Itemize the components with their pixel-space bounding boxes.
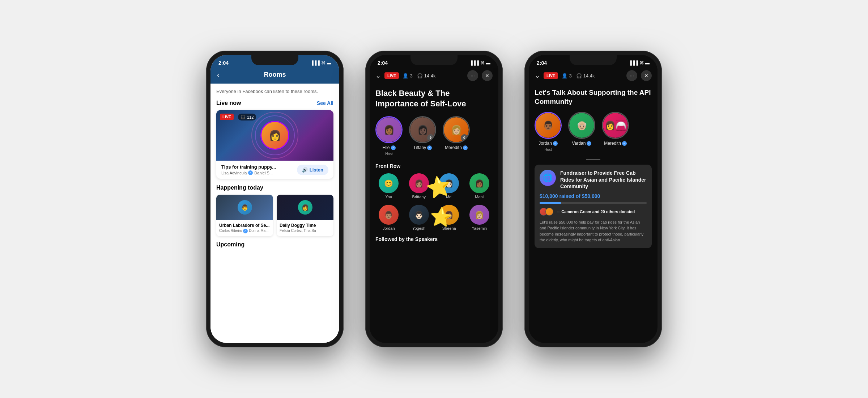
progress-bar-fill <box>540 202 561 204</box>
donor-and: and 20 others donated <box>592 209 635 214</box>
front-row-label: Front Row <box>375 163 493 169</box>
rooms-subtitle: Everyone in Facebook can listen to these… <box>216 89 333 94</box>
yogesh-name: Yogesh <box>412 226 425 230</box>
more-button-3[interactable]: ··· <box>626 70 637 81</box>
headphone-count-3: 🎧 14.4k <box>576 73 595 79</box>
meredith-3-avatar: 👩🦳 <box>602 112 629 139</box>
speaker-elle: 👩🏾 Elle ✓ Host <box>375 116 403 156</box>
fundraiser-desc: Let's raise $50,000 to help pay for cab … <box>540 219 647 243</box>
dark-header-3: ⌄ LIVE 👤 3 🎧 14.4k ··· ✕ <box>529 68 658 85</box>
wifi-icon-2: ⌘ <box>480 60 485 65</box>
jordan-3-img: 👨🏾 <box>536 113 561 138</box>
meredith-avatar: 👩🏼 🎙 <box>443 116 470 143</box>
meredith-3-name: Meredith ✓ <box>604 141 627 146</box>
cameron-name: Cameron Green <box>561 209 591 214</box>
tiffany-avatar: 👩🏿 🎙 <box>409 116 436 143</box>
room-title-2: Black Beauty & The Importance of Self-Lo… <box>375 88 493 109</box>
chevron-down-icon-3[interactable]: ⌄ <box>535 72 540 80</box>
status-icons-1: ▐▐▐ ⌘ ▬ <box>310 60 331 65</box>
live-card[interactable]: LIVE 🎧 112 👩 Tips for training puppy... <box>216 110 333 179</box>
live-card-subtitle: Lisa Advincula ✓ Daniel S... <box>221 170 276 175</box>
speaker-icon: 🔊 <box>302 167 308 173</box>
close-button-3[interactable]: ✕ <box>641 70 652 81</box>
listener-count: 112 <box>247 115 254 119</box>
fundraiser-card[interactable]: 🌐 Fundraiser to Provide Free Cab Rides f… <box>535 165 652 248</box>
audience-yasemin: 👩🏼 Yasemin <box>466 205 493 230</box>
happening-card-1[interactable]: 👨 Urban Labradors of Se... Carlos Ribeir… <box>216 195 273 236</box>
headphone-count: 🎧 112 <box>238 114 256 120</box>
headphone-count-2: 🎧 14.4k <box>417 73 436 79</box>
close-button-2[interactable]: ✕ <box>482 70 493 81</box>
jordan-3-avatar: 👨🏾 <box>535 112 562 139</box>
room-title-3: Let's Talk About Supporting the API Comm… <box>535 88 652 106</box>
listen-label: Listen <box>310 167 323 173</box>
progress-bar-bg <box>540 202 647 204</box>
audience-you: 😊 You <box>375 173 402 199</box>
fundraiser-amount: $10,000 raised of $50,000 <box>540 193 647 199</box>
meredith-check: ✓ <box>463 145 468 150</box>
donor-avatar-2 <box>545 208 553 216</box>
battery-icon-3: ▬ <box>645 60 650 65</box>
upcoming-label: Upcoming <box>216 241 333 248</box>
donor-avatars <box>540 208 551 216</box>
speaker-vardan-3: 👴🏼 Vardan ✓ <box>568 112 595 152</box>
yogesh-avatar: 👨🏻 <box>409 205 429 225</box>
status-icons-2: ▐▐▐ ⌘ ▬ <box>469 60 490 65</box>
vardan-name: Vardan ✓ <box>572 141 592 146</box>
jordan-3-check: ✓ <box>553 141 558 146</box>
listener-info-3: 👤 3 🎧 14.4k <box>562 73 595 79</box>
elle-avatar-img: 👩🏾 <box>376 117 401 142</box>
chevron-down-icon[interactable]: ⌄ <box>375 72 381 80</box>
see-all-button[interactable]: See All <box>317 100 333 106</box>
star-deco-2: ⭐ <box>429 206 453 229</box>
ring-inner <box>251 112 298 159</box>
time-2: 2:04 <box>378 60 388 66</box>
live-text: LIVE <box>222 115 231 119</box>
donors-row: ··· Cameron Green and 20 others donated <box>540 208 647 216</box>
battery-icon: ▬ <box>327 60 331 65</box>
dark-body-2: Black Beauty & The Importance of Self-Lo… <box>370 85 498 338</box>
mani-avatar: 👩🏾 <box>469 173 489 193</box>
happening-card-1-img: 👨 <box>216 195 273 220</box>
happening-avatar-2: 👩 <box>298 200 312 215</box>
happening-card-2-img: 👩 <box>277 195 333 220</box>
back-button[interactable]: ‹ <box>217 71 220 79</box>
followed-label: Followed by the Speakers <box>375 236 493 242</box>
speaker-tiffany: 👩🏿 🎙 Tiffany ✓ <box>409 116 436 156</box>
happening-card-2-body: Daily Doggy Time Felicia Cortez, Tina Sa <box>277 220 333 236</box>
more-button-2[interactable]: ··· <box>467 70 478 81</box>
yasemin-name: Yasemin <box>472 226 487 230</box>
phone-3: 2:04 ▐▐▐ ⌘ ▬ ⌄ LIVE 👤 3 🎧 14.4k ··· ✕ Le… <box>524 51 662 347</box>
happening-card-2[interactable]: 👩 Daily Doggy Time Felicia Cortez, Tina … <box>277 195 333 236</box>
mic-icon-meredith: 🎙 <box>461 134 468 141</box>
live-card-title: Tips for training puppy... <box>221 164 276 170</box>
jordan-3-role: Host <box>544 148 552 152</box>
happening-today-title: Happening today <box>216 185 333 191</box>
live-pill-3: LIVE <box>544 72 558 79</box>
tiffany-name: Tiffany ✓ <box>413 145 432 150</box>
listen-button[interactable]: 🔊 Listen <box>297 165 328 175</box>
listener-info-2: 👤 3 🎧 14.4k <box>403 73 435 79</box>
jordan-avatar: 👨🏽 <box>379 205 399 225</box>
status-icons-3: ▐▐▐ ⌘ ▬ <box>629 60 650 65</box>
meredith-name: Meredith ✓ <box>445 145 468 150</box>
dark-body-3: Let's Talk About Supporting the API Comm… <box>529 85 658 338</box>
brittany-name: Brittany <box>412 195 426 199</box>
fundraiser-icon: 🌐 <box>540 170 556 186</box>
wifi-icon: ⌘ <box>321 60 326 65</box>
signal-icon: ▐▐▐ <box>310 60 320 65</box>
battery-icon-2: ▬ <box>486 60 490 65</box>
rooms-title: Rooms <box>264 71 286 79</box>
signal-icon-2: ▐▐▐ <box>469 60 479 65</box>
meredith-3-img: 👩🦳 <box>603 113 628 138</box>
notch-1 <box>251 55 298 65</box>
front-row-grid: 😊 You 👩🏽 Brittany 👩🏻 Mei 👩🏾 Mani ⭐ <box>375 173 493 199</box>
audience-mani: 👩🏾 Mani <box>466 173 493 199</box>
live-now-title: Live now <box>216 100 241 106</box>
notch-2 <box>410 55 458 65</box>
people-count-2: 👤 3 <box>403 73 412 79</box>
live-now-header: Live now See All <box>216 100 333 106</box>
speaker-name: Lisa Advincula <box>221 171 247 175</box>
speaker-jordan-3: 👨🏾 Jordan ✓ Host <box>535 112 562 152</box>
tiffany-check: ✓ <box>427 145 432 150</box>
